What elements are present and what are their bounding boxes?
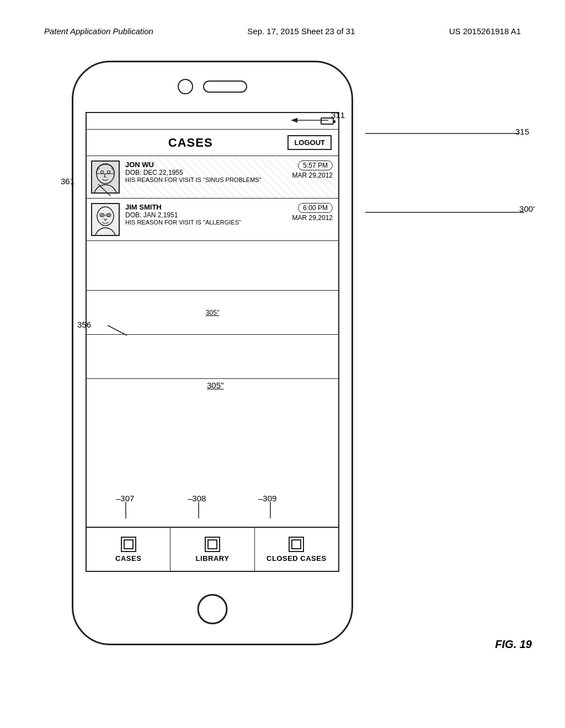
annotation-300: 300': [519, 204, 535, 213]
tab-library-label: LIBRARY: [196, 554, 230, 563]
nav-bar: CASES LOGOUT: [87, 130, 338, 156]
patient-avatar-1: [91, 160, 120, 194]
page-header: Patent Application Publication Sep. 17, …: [44, 26, 521, 36]
phone-camera: [178, 79, 193, 94]
annotation-309: –309: [258, 494, 276, 503]
patient-info-1: JON WU DOB: DEC 22,1955 HIS REASON FOR V…: [125, 160, 278, 183]
tab-bar: CASES LIBRARY CLOSED CASES: [87, 527, 338, 571]
annotation-356: 356: [77, 320, 91, 329]
fig-label: FIG. 19: [495, 638, 532, 651]
patient-name-1: JON WU: [125, 160, 278, 169]
section-356: [87, 241, 338, 291]
header-left: Patent Application Publication: [44, 26, 153, 36]
patient-date-1: MAR 29,2012: [283, 172, 333, 179]
patient-time-1: 5:57 PM: [298, 160, 333, 170]
annotation-308: –308: [188, 494, 206, 503]
annotation-361: 361: [61, 176, 74, 186]
patient-name-2: JIM SMITH: [125, 203, 278, 211]
phone-top-area: [73, 79, 351, 94]
annotation-311: 311: [331, 110, 345, 120]
patient-time-2: 6:00 PM: [298, 203, 333, 213]
tab-cases[interactable]: CASES: [87, 528, 170, 571]
tab-closed-cases[interactable]: CLOSED CASES: [255, 528, 338, 571]
logout-button[interactable]: LOGOUT: [287, 135, 332, 150]
section-305-label: 305": [206, 309, 219, 317]
nav-title: CASES: [168, 136, 213, 150]
patient-reason-2: HIS REASON FOR VISIT IS "ALLERGIES": [125, 219, 278, 226]
tab-closed-cases-label: CLOSED CASES: [266, 554, 327, 563]
patient-info-2: JIM SMITH DOB: JAN 2,1951 HIS REASON FOR…: [125, 203, 278, 226]
patient-avatar-2: [91, 203, 120, 236]
svg-rect-7: [92, 204, 119, 235]
tab-library-icon-inner: [207, 539, 217, 549]
tab-cases-icon: [121, 537, 136, 552]
section-305-area: 305": [87, 291, 338, 335]
header-right: US 2015261918 A1: [449, 26, 521, 36]
patient-item-2[interactable]: JIM SMITH DOB: JAN 2,1951 HIS REASON FOR…: [87, 199, 338, 241]
phone-speaker: [203, 81, 247, 93]
tab-cases-label: CASES: [115, 554, 141, 563]
patient-dob-2: DOB: JAN 2,1951: [125, 211, 278, 219]
patient-reason-1: HIS REASON FOR VISIT IS "SINUS PROBLEMS": [125, 176, 278, 183]
patient-dob-1: DOB: DEC 22,1955: [125, 169, 278, 176]
patient-date-2: MAR 29,2012: [283, 214, 333, 222]
tab-cases-icon-inner: [124, 539, 134, 549]
tab-closed-cases-icon: [289, 537, 304, 552]
annotation-305: 305": [207, 381, 223, 390]
annotation-307: –307: [116, 494, 134, 503]
patient-item-1[interactable]: JON WU DOB: DEC 22,1955 HIS REASON FOR V…: [87, 156, 338, 199]
section-empty-2: [87, 335, 338, 379]
status-bar: [87, 113, 338, 130]
tab-library-icon: [205, 537, 220, 552]
annotation-315: 315: [515, 127, 529, 136]
patient-time-block-1: 5:57 PM MAR 29,2012: [283, 160, 333, 179]
header-center: Sep. 17, 2015 Sheet 23 of 31: [247, 26, 355, 36]
phone-device: CASES LOGOUT: [72, 61, 353, 645]
tab-closed-cases-icon-inner: [291, 539, 301, 549]
patient-time-block-2: 6:00 PM MAR 29,2012: [283, 203, 333, 222]
phone-home-button[interactable]: [198, 594, 228, 624]
tab-library[interactable]: LIBRARY: [170, 528, 254, 571]
